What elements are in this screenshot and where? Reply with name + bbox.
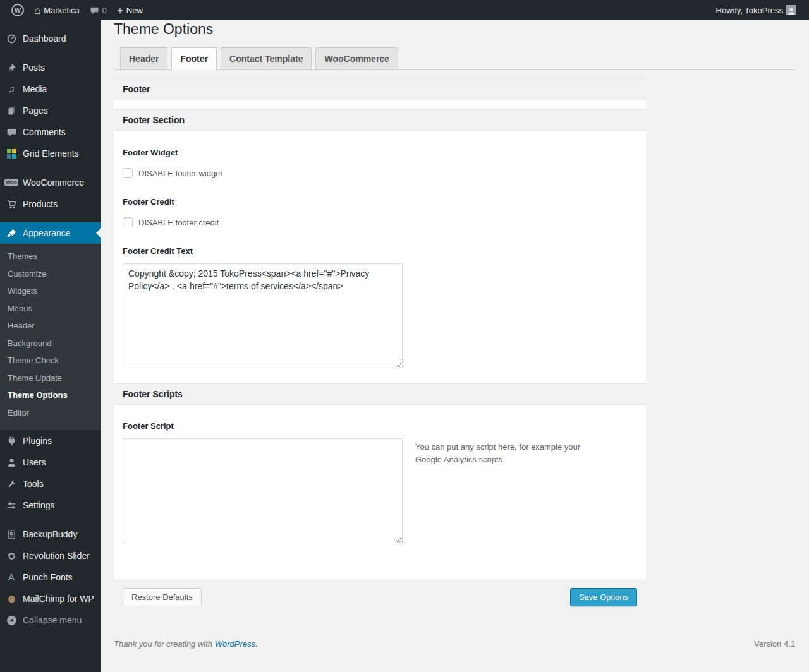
sidebar-item-label: Grid Elements	[23, 147, 79, 160]
sidebar-item-label: Plugins	[23, 435, 52, 447]
sidebar-item-dashboard[interactable]: Dashboard	[0, 28, 101, 49]
site-name: Marketica	[44, 6, 79, 15]
submenu-item-theme-update[interactable]: Theme Update	[0, 369, 101, 387]
tab-woocommerce[interactable]: WooCommerce	[315, 47, 398, 70]
sidebar-item-revolution-slider[interactable]: Revolution Slider	[0, 545, 101, 567]
sidebar-item-tools[interactable]: Tools	[0, 473, 101, 495]
sidebar-item-grid-elements[interactable]: Grid Elements	[0, 143, 101, 164]
sidebar-item-woocommerce[interactable]: Woo WooCommerce	[0, 172, 101, 193]
site-name-menu[interactable]: ⌂ Marketica	[29, 0, 85, 20]
cart-icon	[5, 198, 18, 210]
sidebar-item-label: Punch Fonts	[23, 571, 73, 584]
theme-options-tabs: Header Footer Contact Template WooCommer…	[114, 47, 795, 70]
home-icon: ⌂	[34, 5, 40, 16]
submenu-item-theme-options[interactable]: Theme Options	[0, 387, 101, 404]
new-content-menu[interactable]: + New	[112, 0, 148, 20]
wordpress-link[interactable]: WordPress.	[215, 639, 258, 649]
comment-bubble-icon	[90, 6, 99, 15]
footer-credit-text-textarea[interactable]: Copyright &copy; 2015 TokoPress<span><a …	[123, 263, 403, 368]
wordpress-logo-menu[interactable]: W	[6, 0, 29, 20]
footer-credit-label: Footer Credit	[123, 178, 637, 207]
sidebar-item-label: Pages	[23, 104, 48, 117]
sidebar-item-mailchimp[interactable]: MailChimp for WP	[0, 588, 101, 609]
new-label: New	[126, 6, 143, 15]
wrench-icon	[5, 477, 18, 490]
sidebar-item-label: Revolution Slider	[23, 549, 90, 562]
sidebar-item-label: Products	[23, 198, 58, 210]
howdy-text: Howdy, TokoPress	[716, 6, 783, 15]
main-content: Theme Options Header Footer Contact Temp…	[101, 20, 809, 649]
disable-footer-widget-text[interactable]: DISABLE footer widget	[138, 169, 222, 178]
sidebar-item-posts[interactable]: Posts	[0, 57, 101, 78]
sidebar-item-pages[interactable]: Pages	[0, 100, 101, 121]
sidebar-item-settings[interactable]: Settings	[0, 495, 101, 516]
tab-footer[interactable]: Footer	[171, 47, 217, 70]
options-panel: Footer Footer Section Footer Widget DISA…	[114, 78, 646, 614]
collapse-menu-button[interactable]: ◀ Collapse menu	[0, 609, 101, 631]
wordpress-logo-icon: W	[11, 4, 24, 16]
comments-menu[interactable]: 0	[85, 0, 112, 20]
paintbrush-icon	[5, 227, 18, 239]
section-header-footer: Footer	[114, 78, 646, 100]
account-menu[interactable]: Howdy, TokoPress	[711, 0, 801, 20]
sidebar-item-label: BackupBuddy	[23, 528, 77, 541]
footer-widget-label: Footer Widget	[123, 131, 637, 157]
plus-icon: +	[117, 5, 123, 16]
mailchimp-monkey-icon	[5, 592, 18, 605]
restore-defaults-button[interactable]: Restore Defaults	[123, 588, 202, 606]
sidebar-item-label: Tools	[23, 477, 44, 490]
pushpin-icon	[5, 61, 18, 74]
comment-bubble-icon	[5, 126, 18, 138]
submenu-item-background[interactable]: Background	[0, 335, 101, 352]
sidebar-item-appearance[interactable]: Appearance	[0, 222, 101, 244]
backup-drive-icon	[5, 528, 18, 541]
section-header-footer-section: Footer Section	[114, 109, 646, 131]
thanks-prefix: Thank you for creating with	[114, 639, 212, 649]
plug-icon	[5, 435, 18, 447]
sidebar-item-media[interactable]: ♫ Media	[0, 78, 101, 100]
disable-footer-credit-text[interactable]: DISABLE footer credit	[138, 218, 219, 227]
submenu-item-customize[interactable]: Customize	[0, 265, 101, 283]
section-header-footer-scripts: Footer Scripts	[114, 383, 646, 405]
sidebar-item-punch-fonts[interactable]: A Punch Fonts	[0, 567, 101, 588]
admin-bar: W ⌂ Marketica 0 + New Howdy, TokoPress	[0, 0, 809, 20]
footer-script-label: Footer Script	[123, 405, 637, 431]
sidebar-item-label: Appearance	[23, 227, 71, 239]
letter-a-icon: A	[5, 571, 18, 584]
submenu-item-editor[interactable]: Editor	[0, 404, 101, 422]
footer-section-body: Footer Widget DISABLE footer widget Foot…	[114, 131, 646, 368]
tab-header[interactable]: Header	[120, 47, 167, 70]
sidebar-item-label: MailChimp for WP	[23, 592, 94, 605]
refresh-arrows-icon	[5, 549, 18, 562]
submenu-item-header[interactable]: Header	[0, 317, 101, 335]
tab-contact-template[interactable]: Contact Template	[221, 47, 312, 70]
submenu-item-menus[interactable]: Menus	[0, 300, 101, 318]
media-note-icon: ♫	[5, 83, 18, 95]
admin-sidebar: Dashboard Posts ♫ Media Pages Comments	[0, 20, 101, 672]
pages-icon	[5, 104, 18, 117]
panel-action-bar: Restore Defaults Save Options	[114, 580, 646, 614]
sidebar-item-comments[interactable]: Comments	[0, 121, 101, 143]
sidebar-item-users[interactable]: Users	[0, 452, 101, 473]
submenu-item-themes[interactable]: Themes	[0, 248, 101, 265]
grid-elements-icon	[5, 147, 18, 160]
footer-script-textarea[interactable]	[123, 438, 403, 543]
submenu-item-theme-check[interactable]: Theme Check	[0, 352, 101, 369]
sidebar-item-label: Settings	[23, 499, 55, 512]
comment-count: 0	[102, 6, 107, 15]
save-options-button[interactable]: Save Options	[570, 588, 637, 606]
collapse-menu-label: Collapse menu	[23, 614, 82, 627]
footer-thanks-text: Thank you for creating with WordPress.	[114, 639, 258, 649]
avatar	[786, 5, 796, 15]
sidebar-item-products[interactable]: Products	[0, 193, 101, 215]
footer-scripts-body: Footer Script You can put any script her…	[114, 405, 646, 580]
submenu-item-widgets[interactable]: Widgets	[0, 282, 101, 300]
sidebar-item-plugins[interactable]: Plugins	[0, 430, 101, 452]
footer-credit-text-label: Footer Credit Text	[123, 227, 637, 256]
dashboard-gauge-icon	[5, 32, 18, 45]
disable-footer-credit-checkbox[interactable]	[123, 217, 133, 227]
version-text: Version 4.1	[754, 639, 795, 649]
sidebar-item-backupbuddy[interactable]: BackupBuddy	[0, 524, 101, 545]
disable-footer-widget-checkbox[interactable]	[123, 168, 133, 178]
sidebar-item-label: Dashboard	[23, 32, 66, 45]
